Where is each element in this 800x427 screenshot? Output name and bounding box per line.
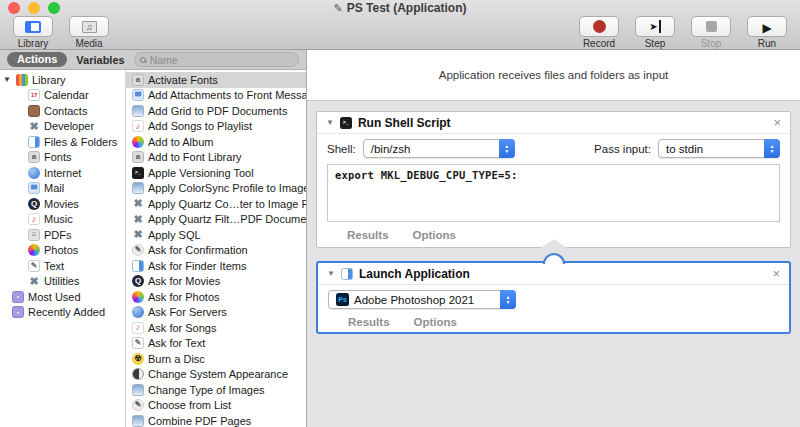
search-input[interactable]: Name (134, 52, 299, 67)
library-panel: Actions Variables Name ▼Library17Calenda… (0, 50, 307, 427)
action-item-apply-colorsync-profile-to-images[interactable]: Apply ColorSync Profile to Images (126, 181, 306, 197)
sidebar-item-label: Files & Folders (44, 136, 117, 148)
tools-icon: ✖ (28, 275, 40, 287)
run-icon (762, 18, 771, 36)
finder-icon (28, 136, 40, 148)
sidebar-item-fonts[interactable]: aFonts (0, 150, 125, 166)
step-button[interactable]: Step (632, 16, 678, 50)
action-item-apply-quartz-co-ter-to-image-files[interactable]: ✖Apply Quartz Co…ter to Image Files (126, 196, 306, 212)
shell-controls-row: Shell: /bin/zsh ▲▼ Pass input: to stdin … (317, 134, 790, 162)
action-item-ask-for-confirmation[interactable]: ✎Ask for Confirmation (126, 243, 306, 259)
action-item-add-to-album[interactable]: Add to Album (126, 134, 306, 150)
action-item-apply-sql[interactable]: ✖Apply SQL (126, 227, 306, 243)
action-item-label: Combine PDF Pages (148, 415, 251, 427)
sidebar-item-calendar[interactable]: 17Calendar (0, 88, 125, 104)
action-item-ask-for-text[interactable]: ✎Ask for Text (126, 336, 306, 352)
close-icon[interactable]: × (772, 267, 780, 280)
sidebar-item-recently-added[interactable]: ▪Recently Added (0, 305, 125, 321)
step-button-label: Step (645, 38, 666, 49)
tab-actions[interactable]: Actions (7, 52, 67, 67)
shell-select[interactable]: /bin/zsh ▲▼ (363, 139, 515, 158)
printer-icon (132, 105, 144, 117)
results-link[interactable]: Results (347, 229, 389, 241)
sidebar-item-internet[interactable]: Internet (0, 165, 125, 181)
action-item-label: Choose from List (148, 399, 231, 411)
toolbar-right-group: RecordStepStopRun (576, 16, 790, 50)
step-button-face[interactable] (635, 16, 675, 37)
library-button[interactable]: Library (10, 16, 56, 50)
stop-button-label: Stop (701, 38, 722, 49)
action-item-label: Apply ColorSync Profile to Images (148, 182, 306, 194)
media-button[interactable]: Media (66, 16, 112, 50)
action-item-ask-for-finder-items[interactable]: Ask for Finder Items (126, 258, 306, 274)
sidebar-item-label: Utilities (44, 275, 79, 287)
action-item-apple-versioning-tool[interactable]: >_Apple Versioning Tool (126, 165, 306, 181)
music-icon: ♪ (132, 120, 144, 132)
action-item-apply-quartz-filt-pdf-documents[interactable]: ✖Apply Quartz Filt…PDF Documents (126, 212, 306, 228)
disclosure-triangle-icon[interactable]: ▼ (327, 269, 335, 278)
action-item-change-type-of-images[interactable]: Change Type of Images (126, 382, 306, 398)
record-button[interactable]: Record (576, 16, 622, 50)
sidebar-item-mail[interactable]: ✉Mail (0, 181, 125, 197)
options-link[interactable]: Options (414, 316, 457, 328)
window-chrome: ✎PS Test (Application) LibraryMedia Reco… (0, 0, 800, 50)
options-link[interactable]: Options (413, 229, 456, 241)
record-button-face[interactable] (579, 16, 619, 37)
action-item-add-attachments-to-front-message[interactable]: ✉Add Attachments to Front Message (126, 88, 306, 104)
action-item-burn-a-disc[interactable]: ☢Burn a Disc (126, 351, 306, 367)
sidebar-item-utilities[interactable]: ✖Utilities (0, 274, 125, 290)
run-button[interactable]: Run (744, 16, 790, 50)
disclosure-triangle-icon[interactable]: ▼ (326, 118, 334, 127)
sidebar-item-developer[interactable]: ✖Developer (0, 119, 125, 135)
action-item-label: Add Grid to PDF Documents (148, 105, 287, 117)
launch-block-footer: Results Options (318, 313, 789, 328)
sidebar-item-music[interactable]: ♪Music (0, 212, 125, 228)
sidebar-item-pdfs[interactable]: ≡PDFs (0, 227, 125, 243)
tab-variables[interactable]: Variables (76, 54, 124, 66)
mail-icon: ✉ (28, 182, 40, 194)
action-item-change-system-appearance[interactable]: Change System Appearance (126, 367, 306, 383)
sidebar-item-label: Calendar (44, 89, 89, 101)
close-window-button[interactable] (8, 2, 20, 14)
action-item-combine-pdf-pages[interactable]: Combine PDF Pages (126, 413, 306, 427)
minimize-window-button[interactable] (28, 2, 40, 14)
calendar-icon: 17 (28, 89, 40, 101)
fonts-icon: a (28, 151, 40, 163)
media-button-face[interactable] (69, 16, 109, 37)
music-icon: ♪ (132, 322, 144, 334)
action-item-add-songs-to-playlist[interactable]: ♪Add Songs to Playlist (126, 119, 306, 135)
disclosure-triangle-icon[interactable]: ▼ (3, 75, 12, 84)
action-item-activate-fonts[interactable]: aActivate Fonts (126, 72, 306, 88)
action-item-choose-from-list[interactable]: ✎Choose from List (126, 398, 306, 414)
sidebar-item-text[interactable]: ✎Text (0, 258, 125, 274)
action-item-label: Ask for Finder Items (148, 260, 246, 272)
printer-icon (132, 415, 144, 427)
sidebar-item-movies[interactable]: QMovies (0, 196, 125, 212)
pass-input-select[interactable]: to stdin ▲▼ (658, 139, 780, 158)
library-button-face[interactable] (13, 16, 53, 37)
run-button-face[interactable] (747, 16, 787, 37)
zoom-window-button[interactable] (48, 2, 60, 14)
text-icon: ✎ (132, 337, 144, 349)
launch-application-block[interactable]: ▼ Launch Application × Ps Adobe Photosho… (316, 261, 791, 334)
search-icon (140, 57, 146, 63)
sidebar-item-label: Internet (44, 167, 81, 179)
action-item-ask-for-songs[interactable]: ♪Ask for Songs (126, 320, 306, 336)
results-link[interactable]: Results (348, 316, 390, 328)
close-icon[interactable]: × (773, 116, 781, 129)
action-item-ask-for-movies[interactable]: QAsk for Movies (126, 274, 306, 290)
sidebar-item-label: Most Used (28, 291, 81, 303)
action-item-ask-for-servers[interactable]: Ask For Servers (126, 305, 306, 321)
action-item-add-grid-to-pdf-documents[interactable]: Add Grid to PDF Documents (126, 103, 306, 119)
shell-code-editor[interactable]: export MKL_DEBUG_CPU_TYPE=5: (327, 164, 780, 222)
sidebar-item-library[interactable]: ▼Library (0, 72, 125, 88)
action-item-ask-for-photos[interactable]: Ask for Photos (126, 289, 306, 305)
run-shell-script-block[interactable]: ▼ >_ Run Shell Script × Shell: /bin/zsh … (316, 111, 791, 248)
application-select[interactable]: Ps Adobe Photoshop 2021 ▲▼ (328, 290, 516, 309)
sidebar-item-photos[interactable]: Photos (0, 243, 125, 259)
sidebar-item-contacts[interactable]: Contacts (0, 103, 125, 119)
sidebar-item-most-used[interactable]: ▪Most Used (0, 289, 125, 305)
sidebar-item-files-folders[interactable]: Files & Folders (0, 134, 125, 150)
action-item-add-to-font-library[interactable]: aAdd to Font Library (126, 150, 306, 166)
tools-icon: ✖ (132, 213, 144, 225)
